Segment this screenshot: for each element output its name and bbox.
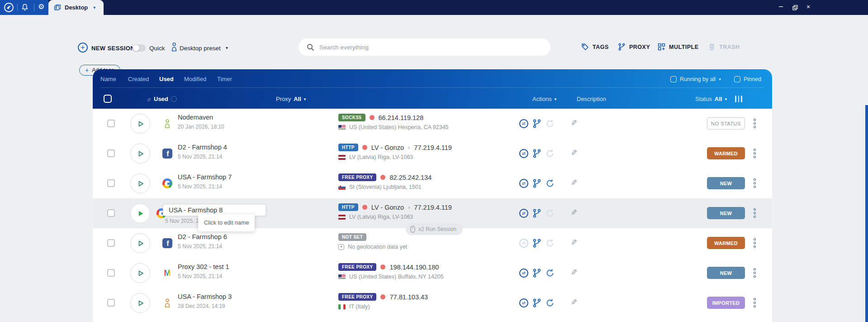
row-menu-icon[interactable] xyxy=(754,238,756,248)
refresh-icon[interactable] xyxy=(545,179,555,188)
multiple-button[interactable]: MULTIPLE xyxy=(658,43,699,51)
row-menu-icon[interactable] xyxy=(754,208,756,218)
refresh-icon[interactable] xyxy=(545,119,555,128)
session-name[interactable]: Proxy 302 - test 1 xyxy=(178,263,229,270)
transfer-icon[interactable]: ⇄ xyxy=(519,269,528,278)
play-button[interactable] xyxy=(130,233,150,253)
transfer-icon[interactable]: ⇄ xyxy=(519,119,528,128)
row-checkbox[interactable] xyxy=(107,149,115,157)
chevron-down-icon[interactable]: ▾ xyxy=(555,97,557,101)
table-row[interactable]: USA - Farmshop 3 28 Dec 2024, 14:19 FREE… xyxy=(93,288,772,318)
tab-timer[interactable]: Timer xyxy=(217,76,232,82)
chevron-down-icon[interactable]: ▾ xyxy=(719,77,721,82)
edit-description-icon[interactable]: ✎ xyxy=(571,268,577,277)
sort-icon[interactable]: ↓↑ xyxy=(147,96,150,102)
play-button[interactable] xyxy=(130,263,150,283)
chevron-down-icon[interactable]: ▾ xyxy=(93,5,95,10)
session-name[interactable]: D2 - Farmshop 6 xyxy=(178,233,227,240)
play-button[interactable] xyxy=(130,173,150,193)
status-badge[interactable]: NEW xyxy=(707,177,745,189)
row-menu-icon[interactable] xyxy=(754,298,756,308)
refresh-icon[interactable] xyxy=(545,239,555,248)
tab-used[interactable]: Used xyxy=(159,76,174,82)
edit-description-icon[interactable]: ✎ xyxy=(571,178,577,187)
edit-description-icon[interactable]: ✎ xyxy=(571,238,577,247)
proxy-chain-icon[interactable] xyxy=(532,119,541,128)
status-badge[interactable]: NO STATUS xyxy=(707,117,745,130)
proxy-chain-icon[interactable] xyxy=(532,209,541,218)
proxy-chain-icon[interactable] xyxy=(532,239,541,248)
select-all-checkbox[interactable] xyxy=(104,95,112,103)
refresh-icon[interactable] xyxy=(545,209,555,218)
pinned-checkbox[interactable] xyxy=(734,76,740,82)
session-name[interactable]: USA - Farmshop 3 xyxy=(178,293,232,300)
maximize-button[interactable] xyxy=(792,4,798,12)
notifications-bell-icon[interactable] xyxy=(21,3,28,11)
edit-description-icon[interactable]: ✎ xyxy=(571,298,577,307)
quick-toggle[interactable] xyxy=(133,44,146,52)
row-checkbox[interactable] xyxy=(107,299,115,307)
play-button[interactable] xyxy=(130,203,150,223)
pinned-filter[interactable]: Pinned xyxy=(734,76,761,82)
table-row[interactable]: M Proxy 302 - test 1 5 Nov 2025, 21:14 F… xyxy=(93,258,772,288)
session-name[interactable]: D2 - Farmshop 4 xyxy=(178,144,227,151)
column-proxy[interactable]: Proxy All ▾ xyxy=(276,96,306,102)
settings-gear-icon[interactable]: ⚙ xyxy=(38,3,44,10)
proxy-chain-icon[interactable] xyxy=(532,149,541,158)
tab-created[interactable]: Created xyxy=(128,76,149,82)
transfer-icon[interactable]: ⇄ xyxy=(519,239,528,248)
row-checkbox[interactable] xyxy=(107,209,115,217)
tab-name[interactable]: Name xyxy=(100,76,116,82)
status-badge[interactable]: WARMED xyxy=(707,237,745,249)
column-status[interactable]: Status All ▾ xyxy=(695,96,727,102)
chevron-down-icon[interactable]: ▾ xyxy=(725,97,727,101)
refresh-icon[interactable] xyxy=(545,149,555,158)
row-menu-icon[interactable] xyxy=(754,149,756,158)
close-button[interactable]: × xyxy=(806,3,810,10)
table-row[interactable]: D2 - Farmshop 4 5 Nov 2025, 21:14 HTTP L… xyxy=(93,139,772,168)
vertical-scrollbar[interactable] xyxy=(865,105,868,322)
play-button[interactable] xyxy=(130,114,150,134)
transfer-icon[interactable]: ⇄ xyxy=(519,298,528,308)
tab-modified[interactable]: Modified xyxy=(184,76,206,82)
proxy-chain-icon[interactable] xyxy=(532,179,541,188)
proxy-chain-icon[interactable] xyxy=(532,269,541,278)
transfer-icon[interactable]: ⇄ xyxy=(519,149,528,158)
chevron-down-icon[interactable]: ▾ xyxy=(304,97,306,101)
search-input[interactable] xyxy=(319,44,550,51)
row-checkbox[interactable] xyxy=(107,269,115,277)
status-badge[interactable]: WARMED xyxy=(707,147,745,159)
chevron-down-icon[interactable]: ▾ xyxy=(226,45,228,50)
tab-desktop[interactable]: Desktop ▾ xyxy=(48,0,104,15)
play-button[interactable] xyxy=(130,293,150,313)
row-menu-icon[interactable] xyxy=(754,268,756,278)
new-session-label[interactable]: NEW SESSION xyxy=(91,45,135,52)
search-bar[interactable] xyxy=(299,38,550,56)
running-checkbox[interactable] xyxy=(670,76,677,82)
edit-description-icon[interactable]: ✎ xyxy=(571,118,577,128)
columns-settings-icon[interactable] xyxy=(735,96,742,102)
minimize-button[interactable]: – xyxy=(779,2,783,10)
preset-dropdown[interactable]: Desktop preset xyxy=(180,45,221,52)
row-menu-icon[interactable] xyxy=(754,119,756,128)
row-checkbox[interactable] xyxy=(107,239,115,247)
status-badge[interactable]: NEW xyxy=(707,207,745,219)
table-row[interactable]: Nodemaven 20 Jan 2026, 18:10 SOCKS5 66.2… xyxy=(93,109,772,139)
status-badge[interactable]: IMPORTED xyxy=(707,297,745,309)
play-button[interactable] xyxy=(130,144,150,163)
row-checkbox[interactable] xyxy=(107,120,115,127)
refresh-icon[interactable] xyxy=(545,269,555,278)
session-name[interactable]: USA - Farmshop 7 xyxy=(178,173,232,181)
column-actions[interactable]: Actions ▾ xyxy=(532,96,556,102)
refresh-icon[interactable] xyxy=(545,298,555,308)
running-by-all-filter[interactable]: Running by all ▾ xyxy=(670,76,721,82)
proxy-button[interactable]: PROXY xyxy=(618,43,650,51)
transfer-icon[interactable]: ⇄ xyxy=(519,209,528,218)
table-row[interactable]: USA - Farmshop 7 5 Nov 2025, 21:14 FREE … xyxy=(93,168,772,198)
status-badge[interactable]: NEW xyxy=(707,267,745,279)
proxy-chain-icon[interactable] xyxy=(532,298,541,308)
edit-description-icon[interactable]: ✎ xyxy=(571,208,577,217)
column-used[interactable]: ↓↑ Used xyxy=(147,96,177,102)
row-menu-icon[interactable] xyxy=(754,178,756,188)
row-checkbox[interactable] xyxy=(107,179,115,187)
